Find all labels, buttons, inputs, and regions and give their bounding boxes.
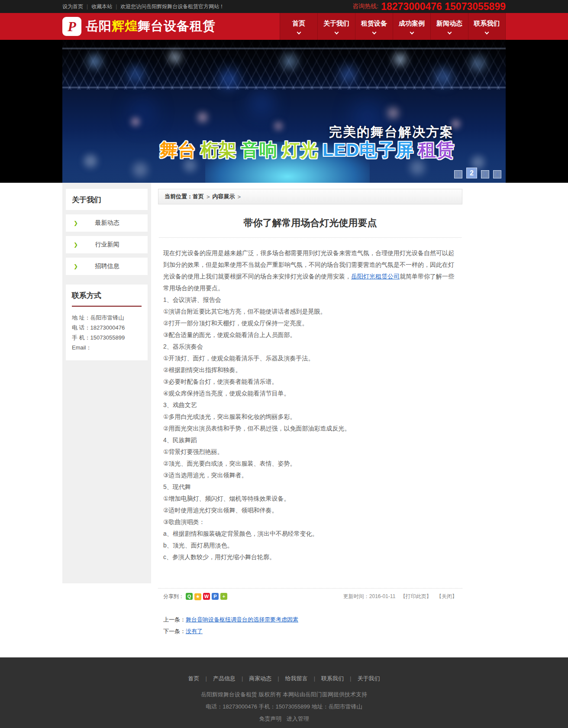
content-area: 关于我们 ❯ 最新动态 ❯ 行业新闻 ❯ 招聘信息 联系方式 地 址：岳阳市雷锋…	[0, 183, 568, 639]
top-bar: 设为首页|收藏本站|欢迎您访问岳阳辉煌舞台设备租赁官方网站！ 咨询热线: 182…	[0, 0, 568, 13]
contact-line: Email：	[72, 343, 142, 353]
favorite-link[interactable]: 收藏本站	[91, 3, 112, 10]
footer-link[interactable]: 产品信息	[200, 675, 236, 682]
article-line: ③配合适量的面光，使观众能看清台上人员面部。	[163, 329, 457, 341]
contact-box: 联系方式 地 址：岳阳市雷锋山电 话：18273000476手 机：150730…	[66, 285, 148, 360]
contact-line: 电 话：18273000476	[72, 323, 142, 333]
print-page-button[interactable]: 【打印此页】	[400, 593, 432, 599]
sidebar-menu-item[interactable]: ❯ 行业新闻	[66, 236, 148, 253]
set-home-link[interactable]: 设为首页	[62, 3, 83, 10]
chevron-down-icon	[485, 30, 489, 34]
article-line: a、根据剧情和服装确定背景颜色，演出中不易经常变化。	[163, 528, 457, 540]
site-header: P 岳阳辉煌舞台设备租赁 首页 关于我们 租赁设备 成功案例 新闻动态 联系我们	[0, 13, 568, 40]
admin-link[interactable]: 进入管理	[287, 715, 309, 722]
chevron-down-icon	[447, 30, 452, 34]
prev-label: 上一条：	[163, 616, 186, 623]
nav-item[interactable]: 首页	[280, 13, 317, 40]
sidebar: 关于我们 ❯ 最新动态 ❯ 行业新闻 ❯ 招聘信息 联系方式 地 址：岳阳市雷锋…	[62, 183, 151, 583]
disclaimer-link[interactable]: 免责声明	[259, 715, 281, 722]
footer-link[interactable]: 联系我们	[308, 675, 344, 682]
update-time: 更新时间：2016-01-11	[343, 593, 396, 599]
article-meta: 更新时间：2016-01-11 【打印此页】 【关闭】	[340, 593, 457, 600]
hero-banner: 完美的舞台解决方案 舞台桁架音响灯光LED电子屏租赁 1234	[62, 40, 506, 183]
footer-link[interactable]: 商家动态	[236, 675, 271, 682]
article-line: 2、器乐演奏会	[163, 341, 457, 353]
article-line: 3、戏曲文艺	[163, 399, 457, 411]
share-more-icon[interactable]: +	[220, 593, 227, 600]
share-row: 分享到： Q★WP+ 更新时间：2016-01-11 【打印此页】 【关闭】	[158, 588, 462, 600]
banner-page-dot[interactable]: 3	[481, 170, 489, 178]
site-title: 岳阳辉煌舞台设备租赁	[86, 18, 216, 35]
inline-company-link[interactable]: 岳阳灯光租赁公司	[351, 273, 400, 280]
sidebar-menu: ❯ 最新动态 ❯ 行业新闻 ❯ 招聘信息	[66, 214, 148, 275]
article-line: ③必要时配备台灯，使演奏者能看清乐谱。	[163, 376, 457, 388]
chevron-down-icon	[372, 30, 376, 34]
footer-link[interactable]: 给我留言	[271, 675, 307, 682]
article-line: ②适时使用追光灯突出领舞、领唱和伴奏。	[163, 505, 457, 516]
share-label: 分享到：	[163, 593, 184, 600]
share-weibo-icon[interactable]: W	[203, 593, 210, 600]
next-label: 下一条：	[163, 628, 186, 634]
article-line: ②用面光突出演员表情和手势，但不易过强，以免面部油彩造成反光。	[163, 423, 457, 434]
nav-item[interactable]: 联系我们	[468, 13, 506, 40]
share-qzone-icon[interactable]: ★	[194, 593, 201, 600]
article-intro: 现在灯光设备的应用是越来越广泛，很多场合都需要用到灯光设备来营造气氛，合理使用灯…	[163, 247, 457, 294]
banner-page-dot[interactable]: 4	[493, 170, 501, 178]
article-line: ①演讲台附近要比其它地方亮，但不能使讲话者感到是晃眼。	[163, 306, 457, 317]
article-line: b、顶光、面灯易用淡色。	[163, 540, 457, 551]
article-line: 4、民族舞蹈	[163, 434, 457, 446]
footer-link[interactable]: 关于我们	[344, 675, 380, 682]
hotline: 咨询热线: 18273000476 15073055899	[352, 1, 506, 13]
main-nav: 首页 关于我们 租赁设备 成功案例 新闻动态 联系我们	[280, 13, 506, 40]
article-line: ④观众席保持适当亮度，使观众能看清节目单。	[163, 388, 457, 399]
article-line: 5、现代舞	[163, 481, 457, 493]
breadcrumb-label: 当前位置：	[165, 193, 193, 201]
nav-item[interactable]: 租赁设备	[355, 13, 393, 40]
close-page-button[interactable]: 【关闭】	[436, 593, 457, 599]
main-column: 当前位置： 首页 > 内容展示 > 带你了解常用场合灯光使用要点 现在灯光设备的…	[158, 183, 462, 639]
footer-contact: 电话：18273000476 手机：15073055899 地址：岳阳市雷锋山	[0, 702, 568, 711]
article-line: c、参演人数较少，用灯光缩小舞台轮廓。	[163, 551, 457, 563]
site-footer: 首页产品信息商家动态给我留言联系我们关于我们 岳阳辉煌舞台设备租赁 版权所有 本…	[0, 657, 568, 728]
brand-logo[interactable]: P 岳阳辉煌舞台设备租赁	[62, 17, 216, 36]
share-qq-icon[interactable]: Q	[186, 593, 193, 600]
hotline-numbers: 18273000476 15073055899	[381, 1, 506, 13]
article-line: ①增加电脑灯、频闪灯、烟机等特殊效果设备。	[163, 493, 457, 505]
banner-pagination: 1234	[450, 168, 501, 178]
next-article-link[interactable]: 没有了	[186, 628, 203, 634]
article-line: ③适当选用追光，突出领舞者。	[163, 469, 457, 481]
nav-item[interactable]: 成功案例	[393, 13, 430, 40]
site-logo-icon: P	[62, 17, 81, 36]
banner-page-dot[interactable]: 2	[466, 168, 477, 178]
chevron-down-icon	[410, 30, 414, 34]
article-line: ①背景灯要强烈艳丽。	[163, 446, 457, 458]
breadcrumb: 当前位置： 首页 > 内容展示 >	[158, 189, 462, 204]
sidebar-menu-item[interactable]: ❯ 招聘信息	[66, 258, 148, 275]
banquet-tables-graphic	[62, 40, 67, 44]
contact-line: 地 址：岳阳市雷锋山	[72, 313, 142, 323]
article-line: 1、会议演讲、报告会	[163, 294, 457, 306]
article-line: ①开顶灯、面灯，使观众能看清乐手、乐器及演奏手法。	[163, 353, 457, 364]
banner-keywords: 舞台桁架音响灯光LED电子屏租赁	[155, 138, 455, 162]
prev-article-link[interactable]: 舞台音响设备枢纽调音台的选择需要考虑因素	[186, 616, 298, 623]
article-line: ②根据剧情突出指挥和独奏。	[163, 364, 457, 376]
share-pengyou-icon[interactable]: P	[212, 593, 219, 600]
footer-copyright: 岳阳辉煌舞台设备租赁 版权所有 本网站由岳阳门面网提供技术支持	[0, 690, 568, 699]
footer-link[interactable]: 首页	[188, 675, 200, 682]
article-body: 现在灯光设备的应用是越来越广泛，很多场合都需要用到灯光设备来营造气氛，合理使用灯…	[158, 238, 462, 563]
breadcrumb-home-link[interactable]: 首页	[193, 193, 204, 201]
banner-page-dot[interactable]: 1	[454, 170, 462, 178]
article-title: 带你了解常用场合灯光使用要点	[158, 217, 462, 230]
welcome-text: 欢迎您访问岳阳辉煌舞台设备租赁官方网站！	[120, 3, 224, 10]
sidebar-menu-item[interactable]: ❯ 最新动态	[66, 214, 148, 232]
prev-next-nav: 上一条：舞台音响设备枢纽调音台的选择需要考虑因素 下一条：没有了	[158, 600, 462, 635]
topbar-links: 设为首页|收藏本站|欢迎您访问岳阳辉煌舞台设备租赁官方网站！	[62, 3, 224, 10]
nav-item[interactable]: 新闻动态	[430, 13, 468, 40]
breadcrumb-section-link[interactable]: 内容展示	[213, 193, 235, 201]
article-line: ①多用白光或淡光，突出服装和化妆的绚丽多彩。	[163, 411, 457, 423]
banner-strip: 完美的舞台解决方案 舞台桁架音响灯光LED电子屏租赁 1234	[0, 40, 568, 183]
nav-item[interactable]: 关于我们	[317, 13, 355, 40]
arrow-right-icon: ❯	[74, 242, 78, 248]
article-line: ③歌曲演唱类：	[163, 516, 457, 528]
hotline-label: 咨询热线:	[352, 3, 378, 10]
